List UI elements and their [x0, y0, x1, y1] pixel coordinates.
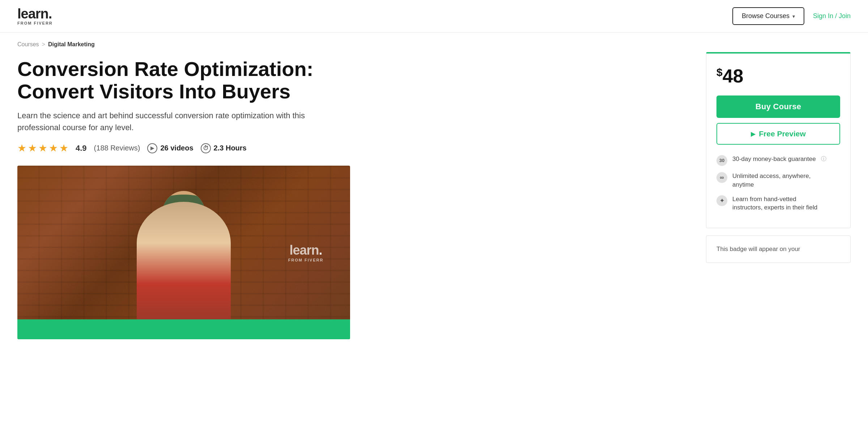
infinity-icon: ∞ — [716, 172, 727, 183]
preview-label: Free Preview — [759, 129, 806, 138]
video-play-icon: ▶ — [147, 143, 157, 153]
badge-card: This badge will appear on your — [706, 235, 851, 263]
feature-hand-vetted: ✦ Learn from hand-vetted instructors, ex… — [716, 195, 840, 212]
video-count: ▶ 26 videos — [147, 143, 193, 153]
navbar: learn. FROM FIVERR Browse Courses ▾ Sign… — [0, 0, 868, 33]
buy-course-button[interactable]: Buy Course — [716, 95, 840, 118]
main-layout: Conversion Rate Optimization: Convert Vi… — [0, 52, 868, 339]
thumbnail-green-bar — [17, 319, 350, 339]
browse-label: Browse Courses — [742, 12, 790, 20]
star-4: ★ — [49, 142, 58, 154]
thumbnail-logo-sub: FROM FIVERR — [288, 258, 324, 262]
star-rating: ★ ★ ★ ★ ★ — [17, 142, 68, 154]
info-icon[interactable]: ⓘ — [821, 155, 826, 162]
duration: ⏱ 2.3 Hours — [201, 143, 247, 153]
feature-unlimited-access: ∞ Unlimited access, anywhere, anytime — [716, 172, 840, 189]
star-1: ★ — [17, 142, 26, 154]
free-preview-button[interactable]: ▶ Free Preview — [716, 123, 840, 145]
course-title: Conversion Rate Optimization: Convert Vi… — [17, 58, 343, 102]
price-value: 48 — [723, 65, 744, 86]
vetted-icon: ✦ — [716, 195, 727, 206]
signin-link[interactable]: Sign In / Join — [813, 12, 851, 20]
logo-text: learn. — [17, 7, 53, 21]
star-3: ★ — [38, 142, 47, 154]
course-purchase-sidebar: $48 Buy Course ▶ Free Preview 30 30-day … — [706, 52, 851, 339]
logo-learn-text: learn. — [17, 6, 52, 21]
feature-1-text: 30-day money-back guarantee — [732, 155, 816, 163]
course-price: $48 — [716, 65, 840, 87]
feature-2-line2: anytime — [732, 181, 754, 188]
feature-2-text: Unlimited access, anywhere, anytime — [732, 172, 810, 189]
preview-play-icon: ▶ — [751, 131, 755, 137]
logo: learn. FROM FIVERR — [17, 7, 53, 25]
price-currency: $ — [716, 66, 723, 78]
purchase-card: $48 Buy Course ▶ Free Preview 30 30-day … — [706, 52, 851, 228]
rating-count: (188 Reviews) — [94, 144, 140, 152]
star-5: ★ — [59, 142, 68, 154]
person-body — [137, 202, 231, 339]
star-2: ★ — [28, 142, 37, 154]
feature-money-back: 30 30-day money-back guarantee ⓘ — [716, 155, 840, 166]
thumbnail-logo-text: learn. — [288, 243, 324, 258]
course-description: Learn the science and art behind success… — [17, 110, 336, 133]
rating-value: 4.9 — [76, 144, 87, 153]
feature-3-line2: instructors, experts in their field — [732, 204, 817, 211]
hours-label: 2.3 Hours — [214, 144, 247, 152]
feature-3-text: Learn from hand-vetted instructors, expe… — [732, 195, 817, 212]
clock-icon: ⏱ — [201, 143, 211, 153]
logo-subtitle: FROM FIVERR — [17, 21, 53, 25]
breadcrumb-separator: > — [42, 41, 45, 48]
badge-card-text: This badge will appear on your — [716, 246, 800, 252]
person-thumbnail — [122, 187, 245, 339]
thumbnail-logo: learn. FROM FIVERR — [288, 243, 324, 262]
breadcrumb-parent[interactable]: Courses — [17, 41, 39, 48]
course-detail-left: Conversion Rate Optimization: Convert Vi… — [17, 52, 684, 339]
chevron-down-icon: ▾ — [792, 13, 795, 19]
rating-row: ★ ★ ★ ★ ★ 4.9 (188 Reviews) ▶ 26 videos … — [17, 142, 684, 154]
nav-right: Browse Courses ▾ Sign In / Join — [732, 7, 851, 25]
course-video-thumbnail[interactable]: learn. FROM FIVERR — [17, 166, 350, 339]
breadcrumb-current: Digital Marketing — [48, 41, 95, 48]
browse-courses-button[interactable]: Browse Courses ▾ — [732, 7, 804, 25]
videos-label: 26 videos — [160, 144, 193, 152]
breadcrumb: Courses > Digital Marketing — [0, 33, 868, 52]
money-back-icon: 30 — [716, 155, 727, 166]
feature-3-line1: Learn from hand-vetted — [732, 196, 796, 203]
feature-2-line1: Unlimited access, anywhere, — [732, 173, 810, 179]
